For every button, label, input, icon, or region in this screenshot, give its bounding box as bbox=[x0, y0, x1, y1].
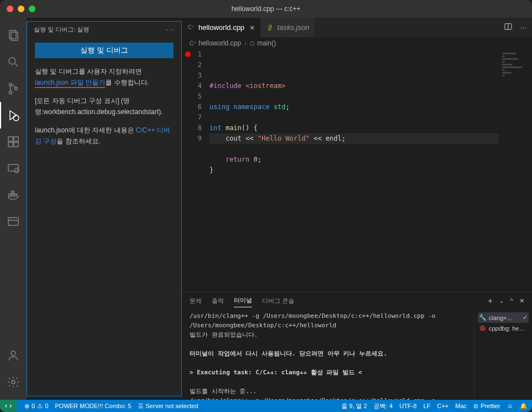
new-terminal-icon[interactable]: + bbox=[488, 296, 492, 305]
line-number: 2 bbox=[182, 60, 202, 70]
statusbar: ⊗0 ⚠0 POWER MODE!!! Combo: 5 ☰ Server no… bbox=[0, 400, 532, 412]
error-icon: ⊗ bbox=[24, 403, 29, 410]
line-number: 5 bbox=[182, 91, 202, 102]
docker-icon[interactable] bbox=[0, 182, 27, 208]
code-line[interactable]: } bbox=[209, 165, 499, 176]
panel-tab-output[interactable]: 출력 bbox=[212, 295, 224, 307]
line-number: 9 bbox=[182, 133, 202, 144]
breadcrumb[interactable]: C⁺helloworld.cpp › ⬡main() bbox=[182, 37, 532, 49]
window-minimize-button[interactable] bbox=[18, 6, 24, 12]
sidebar-para2: [모든 자동 디버그 구성 표시] (명령:workbench.action.d… bbox=[35, 95, 173, 118]
svg-point-22 bbox=[12, 380, 15, 384]
code-line[interactable] bbox=[209, 112, 499, 123]
tab-label: helloworld.cpp bbox=[198, 23, 244, 32]
window-title: helloworld.cpp — c:c++ bbox=[232, 5, 301, 13]
terminal-task-clang[interactable]: 🔧 clang+… ✓ bbox=[478, 312, 529, 323]
status-power-mode[interactable]: POWER MODE!!! Combo: 5 bbox=[55, 403, 131, 409]
activity-bar bbox=[0, 18, 27, 400]
status-server[interactable]: ☰ Server not selected bbox=[138, 403, 198, 410]
code-line[interactable] bbox=[209, 91, 499, 102]
account-icon[interactable] bbox=[0, 342, 27, 369]
panel-tab-problems[interactable]: 문제 bbox=[190, 295, 202, 307]
remote-explorer-icon[interactable] bbox=[0, 155, 27, 182]
line-number: 3 bbox=[182, 70, 202, 81]
status-line-col[interactable]: 줄 9, 열 2 bbox=[341, 402, 367, 410]
warning-icon: ⚠ bbox=[37, 403, 43, 410]
status-bell-icon[interactable]: 🔔 bbox=[520, 403, 528, 410]
window-close-button[interactable] bbox=[7, 6, 13, 12]
code-line[interactable] bbox=[209, 144, 499, 154]
tabs-row: C⁺ helloworld.cpp × {} tasks.json ··· bbox=[182, 18, 532, 37]
code-editor[interactable]: 123456789 #include <iostream> using name… bbox=[182, 49, 532, 292]
split-editor-icon[interactable] bbox=[504, 22, 513, 33]
bottom-panel: 문제 출력 터미널 디버그 콘솔 + ⌄ ^ × /usr/bin/clang+… bbox=[182, 292, 532, 400]
svg-point-2 bbox=[9, 58, 16, 64]
json-file-icon: {} bbox=[266, 24, 274, 32]
bug-icon: 🐞 bbox=[479, 325, 487, 332]
code-line[interactable]: int main() { bbox=[209, 123, 499, 133]
wrench-icon: 🔧 bbox=[479, 314, 487, 321]
run-debug-icon[interactable] bbox=[0, 102, 27, 128]
tab-helloworld-cpp[interactable]: C⁺ helloworld.cpp × bbox=[182, 18, 260, 37]
editor-more-icon[interactable]: ··· bbox=[520, 23, 526, 32]
terminal-output[interactable]: /usr/bin/clang++ -g /Users/moongbee/Desk… bbox=[182, 309, 474, 400]
status-os[interactable]: Mac bbox=[456, 403, 467, 409]
svg-point-5 bbox=[9, 91, 12, 94]
terminal-list: 🔧 clang+… ✓ 🐞 cppdbg: he… bbox=[474, 309, 532, 400]
status-spaces[interactable]: 공백: 4 bbox=[374, 402, 392, 410]
extensions-icon[interactable] bbox=[0, 128, 27, 155]
terminal-dropdown-icon[interactable]: ⌄ bbox=[499, 298, 504, 304]
svg-line-3 bbox=[15, 64, 18, 66]
status-language[interactable]: C++ bbox=[437, 403, 449, 409]
breadcrumb-symbol[interactable]: main() bbox=[257, 39, 276, 47]
sidebar-more-icon[interactable]: ··· bbox=[166, 26, 175, 33]
window-maximize-button[interactable] bbox=[29, 6, 35, 12]
svg-rect-13 bbox=[8, 164, 18, 171]
run-and-debug-button[interactable]: 실행 및 디버그 bbox=[35, 43, 173, 58]
sidebar-para1: 실행 및 디버그를 사용자 지정하려면 launch.json 파일 만들기를 … bbox=[35, 66, 173, 89]
extra-panel-icon[interactable] bbox=[0, 208, 27, 235]
status-eol[interactable]: LF bbox=[423, 403, 431, 409]
svg-point-21 bbox=[11, 351, 16, 356]
check-icon: ✓ bbox=[523, 314, 528, 321]
code-line[interactable]: using namespace std; bbox=[209, 102, 499, 112]
code-line[interactable]: return 0; bbox=[209, 154, 499, 165]
status-feedback-icon[interactable]: ☺ bbox=[507, 403, 513, 409]
svg-rect-12 bbox=[14, 142, 18, 147]
server-icon: ☰ bbox=[138, 403, 144, 410]
sidebar-title: 실행 및 디버그: 실행 bbox=[34, 25, 89, 34]
svg-rect-19 bbox=[8, 218, 18, 225]
maximize-panel-icon[interactable]: ^ bbox=[510, 297, 513, 304]
editor-area: C⁺ helloworld.cpp × {} tasks.json ··· C⁺… bbox=[182, 18, 532, 400]
line-number: 6 bbox=[182, 102, 202, 112]
remote-indicator[interactable] bbox=[0, 400, 17, 412]
create-launch-json-link[interactable]: launch.json 파일 만들기 bbox=[35, 79, 105, 88]
prettier-check-icon: ⊘ bbox=[473, 403, 478, 410]
panel-tab-terminal[interactable]: 터미널 bbox=[234, 294, 252, 307]
svg-point-6 bbox=[15, 87, 18, 90]
status-encoding[interactable]: UTF-8 bbox=[400, 403, 417, 409]
svg-rect-15 bbox=[9, 194, 11, 196]
source-control-icon[interactable] bbox=[0, 75, 27, 102]
status-prettier[interactable]: ⊘ Prettier bbox=[473, 403, 500, 410]
explorer-icon[interactable] bbox=[0, 22, 27, 49]
settings-gear-icon[interactable] bbox=[0, 369, 27, 395]
svg-point-4 bbox=[9, 84, 12, 86]
svg-rect-9 bbox=[8, 137, 13, 141]
tab-tasks-json[interactable]: {} tasks.json bbox=[260, 18, 315, 37]
close-panel-icon[interactable]: × bbox=[520, 296, 524, 305]
code-line[interactable]: cout << "Hello World" << endl; bbox=[209, 133, 499, 144]
breakpoint-icon[interactable] bbox=[185, 51, 191, 57]
tab-close-icon[interactable]: × bbox=[250, 23, 254, 32]
status-errors-warnings[interactable]: ⊗0 ⚠0 bbox=[24, 403, 48, 410]
titlebar: helloworld.cpp — c:c++ bbox=[0, 0, 532, 18]
line-number: 7 bbox=[182, 112, 202, 123]
terminal-task-cppdbg[interactable]: 🐞 cppdbg: he… bbox=[478, 323, 529, 333]
panel-tab-debug-console[interactable]: 디버그 콘솔 bbox=[262, 295, 294, 307]
line-number: 4 bbox=[182, 81, 202, 91]
cpp-file-icon: C⁺ bbox=[190, 40, 196, 47]
code-line[interactable]: #include <iostream> bbox=[209, 81, 499, 91]
search-icon[interactable] bbox=[0, 49, 27, 75]
breadcrumb-file[interactable]: helloworld.cpp bbox=[198, 39, 241, 47]
minimap[interactable] bbox=[499, 49, 532, 292]
